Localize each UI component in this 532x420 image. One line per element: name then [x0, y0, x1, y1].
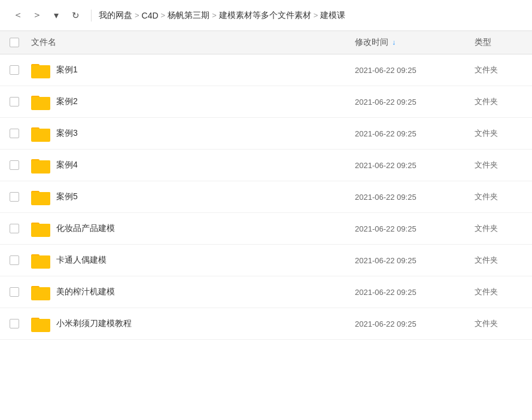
- file-name: 案例2: [56, 96, 355, 107]
- row-checkbox[interactable]: [10, 224, 19, 233]
- row-checkbox[interactable]: [10, 65, 19, 75]
- row-checkbox-col: [10, 97, 31, 106]
- row-checkbox-col: [10, 192, 31, 202]
- file-name: 美的榨汁机建模: [56, 287, 355, 297]
- table-row[interactable]: 小米剃须刀建模教程 2021-06-22 09:25 文件夹: [0, 308, 532, 340]
- table-row[interactable]: 案例2 2021-06-22 09:25 文件夹: [0, 86, 532, 118]
- row-checkbox-col: [10, 160, 31, 170]
- row-checkbox[interactable]: [10, 319, 19, 328]
- svg-rect-17: [31, 224, 50, 236]
- table-row[interactable]: 案例4 2021-06-22 09:25 文件夹: [0, 150, 532, 181]
- svg-rect-2: [31, 65, 50, 77]
- file-time: 2021-06-22 09:25: [355, 129, 475, 138]
- breadcrumb-item-2[interactable]: 杨帆第三期: [168, 10, 209, 21]
- file-time: 2021-06-22 09:25: [355, 319, 475, 328]
- table-header: 文件名 修改时间 ↓ 类型: [0, 31, 532, 54]
- svg-rect-14: [31, 192, 50, 204]
- row-checkbox-col: [10, 255, 31, 265]
- header-type[interactable]: 类型: [475, 37, 522, 48]
- file-type: 文件夹: [475, 255, 522, 266]
- svg-rect-8: [31, 129, 50, 141]
- file-type: 文件夹: [475, 318, 522, 329]
- breadcrumb-item-0[interactable]: 我的网盘: [99, 10, 132, 21]
- svg-rect-26: [31, 319, 50, 331]
- folder-icon: [31, 62, 50, 78]
- header-checkbox-col: [10, 38, 31, 47]
- divider: [91, 10, 92, 22]
- breadcrumb-sep-3: >: [314, 11, 318, 20]
- file-type: 文件夹: [475, 287, 522, 297]
- svg-rect-23: [31, 287, 50, 299]
- folder-icon: [31, 315, 50, 332]
- row-checkbox-col: [10, 129, 31, 138]
- select-all-checkbox[interactable]: [10, 38, 19, 47]
- file-name: 小米剃须刀建模教程: [56, 318, 355, 329]
- breadcrumb-item-4: 建模课: [320, 10, 345, 21]
- dropdown-button[interactable]: ▾: [48, 7, 65, 24]
- forward-button[interactable]: ＞: [29, 7, 45, 24]
- row-checkbox[interactable]: [10, 255, 19, 265]
- folder-icon: [31, 284, 50, 300]
- row-checkbox-col: [10, 287, 31, 297]
- table-row[interactable]: 美的榨汁机建模 2021-06-22 09:25 文件夹: [0, 276, 532, 308]
- folder-icon: [31, 188, 50, 205]
- file-type: 文件夹: [475, 65, 522, 75]
- file-time: 2021-06-22 09:25: [355, 224, 475, 233]
- file-name: 化妆品产品建模: [56, 223, 355, 234]
- file-name: 案例4: [56, 160, 355, 171]
- breadcrumb-item-3[interactable]: 建模素材等多个文件素材: [219, 10, 311, 21]
- header-time[interactable]: 修改时间 ↓: [355, 37, 475, 48]
- svg-rect-20: [31, 255, 50, 267]
- row-checkbox[interactable]: [10, 160, 19, 170]
- row-checkbox[interactable]: [10, 129, 19, 138]
- breadcrumb: 我的网盘 > C4D > 杨帆第三期 > 建模素材等多个文件素材 > 建模课: [99, 10, 522, 21]
- breadcrumb-sep-2: >: [212, 11, 217, 20]
- sort-icon: ↓: [392, 38, 396, 47]
- table-row[interactable]: 案例3 2021-06-22 09:25 文件夹: [0, 118, 532, 150]
- svg-rect-11: [31, 160, 50, 172]
- file-time: 2021-06-22 09:25: [355, 66, 475, 75]
- back-button[interactable]: ＜: [10, 7, 26, 24]
- breadcrumb-item-1[interactable]: C4D: [142, 11, 159, 20]
- file-rows: 案例1 2021-06-22 09:25 文件夹 案例2 2021-06-22 …: [0, 54, 532, 340]
- file-table-container: 文件名 修改时间 ↓ 类型 案例1 2021-06-22 09:25 文件夹: [0, 31, 532, 340]
- row-checkbox-col: [10, 65, 31, 75]
- file-time: 2021-06-22 09:25: [355, 288, 475, 297]
- table-row[interactable]: 卡通人偶建模 2021-06-22 09:25 文件夹: [0, 245, 532, 276]
- file-time: 2021-06-22 09:25: [355, 98, 475, 106]
- file-name: 案例1: [56, 65, 355, 75]
- folder-icon: [31, 125, 50, 142]
- svg-rect-5: [31, 97, 50, 109]
- folder-icon: [31, 252, 50, 269]
- folder-icon: [31, 157, 50, 174]
- file-time: 2021-06-22 09:25: [355, 193, 475, 202]
- table-row[interactable]: 化妆品产品建模 2021-06-22 09:25 文件夹: [0, 213, 532, 245]
- breadcrumb-sep-0: >: [135, 11, 139, 20]
- top-bar: ＜ ＞ ▾ ↻ 我的网盘 > C4D > 杨帆第三期 > 建模素材等多个文件素材…: [0, 0, 532, 31]
- table-row[interactable]: 案例5 2021-06-22 09:25 文件夹: [0, 181, 532, 213]
- file-type: 文件夹: [475, 160, 522, 171]
- row-checkbox[interactable]: [10, 97, 19, 106]
- row-checkbox-col: [10, 224, 31, 233]
- file-type: 文件夹: [475, 191, 522, 202]
- file-name: 案例3: [56, 128, 355, 139]
- breadcrumb-sep-1: >: [161, 11, 166, 20]
- file-name: 案例5: [56, 191, 355, 202]
- table-row[interactable]: 案例1 2021-06-22 09:25 文件夹: [0, 54, 532, 86]
- file-time: 2021-06-22 09:25: [355, 161, 475, 170]
- file-type: 文件夹: [475, 96, 522, 107]
- file-time: 2021-06-22 09:25: [355, 256, 475, 265]
- row-checkbox[interactable]: [10, 287, 19, 297]
- refresh-button[interactable]: ↻: [67, 7, 84, 24]
- row-checkbox[interactable]: [10, 192, 19, 202]
- folder-icon: [31, 220, 50, 237]
- file-type: 文件夹: [475, 223, 522, 234]
- folder-icon: [31, 93, 50, 110]
- file-name: 卡通人偶建模: [56, 255, 355, 266]
- header-name[interactable]: 文件名: [31, 37, 355, 48]
- row-checkbox-col: [10, 319, 31, 328]
- file-type: 文件夹: [475, 128, 522, 139]
